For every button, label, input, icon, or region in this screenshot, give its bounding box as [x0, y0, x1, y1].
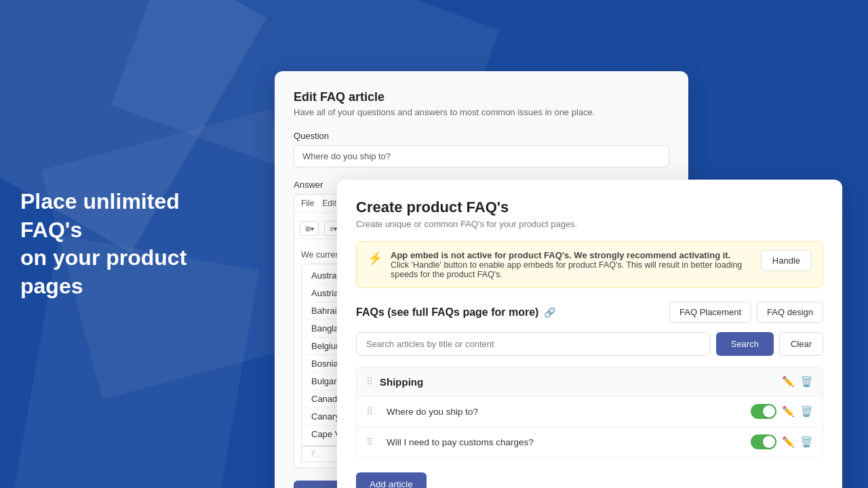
drag-handle-item1-icon[interactable]: ⠿	[366, 406, 373, 417]
faq-item1-controls: ✏️ 🗑️	[751, 404, 813, 419]
faq-item1-text: Where do you ship to?	[387, 407, 751, 417]
edit-item2-icon[interactable]: ✏️	[782, 436, 795, 448]
faq-group-actions: ✏️ 🗑️	[782, 375, 813, 388]
add-article-button[interactable]: Add article	[356, 472, 427, 488]
drag-handle-icon[interactable]: ⠿	[366, 376, 373, 387]
hero-text: Place unlimited FAQ's on your product pa…	[20, 188, 224, 300]
delete-item2-icon[interactable]: 🗑️	[800, 436, 813, 448]
warning-normal: Click 'Handle' button to enable app embe…	[391, 260, 742, 279]
faq-placement-button[interactable]: FAQ Placement	[669, 302, 751, 323]
faq-group-shipping: ⠿ Shipping ✏️ 🗑️ ⠿ Where do you ship to?…	[356, 367, 823, 458]
search-bar: Search Clear	[356, 332, 823, 356]
faq-item2-controls: ✏️ 🗑️	[751, 434, 813, 449]
faq-item1-toggle[interactable]	[751, 404, 776, 419]
question-label: Question	[294, 131, 669, 141]
save-button[interactable]: Save	[294, 481, 341, 488]
faqs-title-text: FAQs (see full FAQs page for more)	[356, 306, 538, 319]
create-faq-subtitle: Create unique or common FAQ's for your p…	[356, 219, 823, 229]
warning-banner: ⚡ App embed is not active for product FA…	[356, 241, 823, 288]
warning-text: App embed is not active for product FAQ'…	[391, 250, 753, 279]
create-faq-panel: Create product FAQ's Create unique or co…	[337, 180, 842, 488]
edit-item1-icon[interactable]: ✏️	[782, 405, 795, 418]
faq-item2-toggle[interactable]	[751, 434, 776, 449]
delete-item1-icon[interactable]: 🗑️	[800, 405, 813, 418]
handle-button[interactable]: Handle	[761, 250, 812, 271]
question-input[interactable]	[294, 145, 669, 167]
faq-group-title: Shipping	[380, 376, 782, 388]
menu-file[interactable]: File	[301, 199, 314, 208]
warning-icon: ⚡	[368, 251, 382, 266]
edit-group-icon[interactable]: ✏️	[782, 375, 795, 388]
create-faq-title: Create product FAQ's	[356, 199, 823, 216]
clear-button[interactable]: Clear	[779, 332, 823, 356]
warning-bold: App embed is not active for product FAQ'…	[391, 250, 730, 260]
faqs-action-buttons: FAQ Placement FAQ design	[669, 302, 823, 323]
faqs-section-title: FAQs (see full FAQs page for more) 🔗	[356, 306, 555, 319]
link-icon[interactable]: 🔗	[544, 307, 555, 318]
search-button[interactable]: Search	[716, 332, 774, 356]
table-icon-btn[interactable]: ⊞▾	[300, 221, 319, 236]
faqs-section-header: FAQs (see full FAQs page for more) 🔗 FAQ…	[356, 302, 823, 323]
delete-group-icon[interactable]: 🗑️	[800, 375, 813, 388]
faq-item2-text: Will I need to pay customs charges?	[387, 437, 751, 447]
faq-group-header: ⠿ Shipping ✏️ 🗑️	[357, 367, 823, 396]
edit-faq-subtitle: Have all of your questions and answers t…	[294, 107, 669, 117]
search-input[interactable]	[356, 332, 711, 356]
hero-text-line2: on your product pages	[20, 244, 224, 300]
faq-item-1: ⠿ Where do you ship to? ✏️ 🗑️	[357, 396, 823, 427]
faq-design-button[interactable]: FAQ design	[757, 302, 823, 323]
hero-text-line1: Place unlimited FAQ's	[20, 188, 224, 244]
drag-handle-item2-icon[interactable]: ⠿	[366, 436, 373, 447]
edit-faq-title: Edit FAQ article	[294, 90, 669, 104]
menu-edit[interactable]: Edit	[322, 199, 336, 208]
faq-item-2: ⠿ Will I need to pay customs charges? ✏️…	[357, 427, 823, 457]
